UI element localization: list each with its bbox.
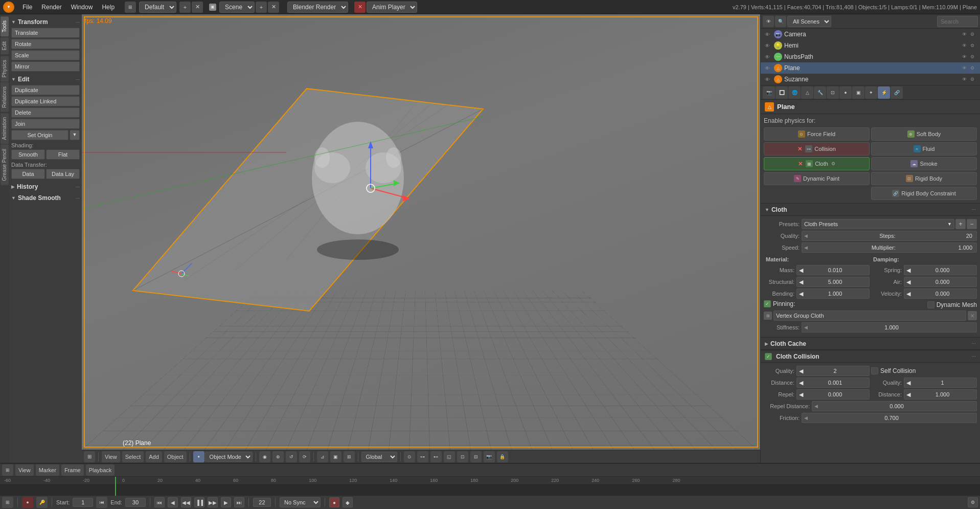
plane-action-2[interactable]: ⚙: [969, 64, 976, 72]
sidebar-tab-tools[interactable]: Tools: [1, 16, 9, 36]
viewport-select-menu[interactable]: Select: [122, 451, 144, 462]
props-tab-scene[interactable]: 🔳: [776, 86, 788, 99]
menu-help[interactable]: Help: [98, 3, 119, 12]
air-field[interactable]: ◀ 0.000: [904, 277, 977, 287]
self-collision-checkbox[interactable]: [871, 367, 878, 374]
menu-file[interactable]: File: [18, 3, 36, 12]
repel-field[interactable]: ◀ 0.000: [796, 389, 870, 400]
presets-add-button[interactable]: +: [955, 219, 966, 229]
timeline-key-icon[interactable]: 🔑: [36, 497, 48, 508]
suzanne-action-2[interactable]: ⚙: [969, 76, 976, 83]
viewport-object-menu[interactable]: Object: [164, 451, 187, 462]
viewport-icon-13[interactable]: 📷: [484, 451, 495, 462]
dynamic-mesh-checkbox[interactable]: [927, 301, 935, 308]
timeline-frame-menu[interactable]: Frame: [61, 464, 84, 476]
outliner-search[interactable]: [937, 16, 978, 27]
timeline-body[interactable]: -60 -40 -20 0 20 40 60 80 100 120 140 16…: [0, 477, 980, 496]
viewport-icon-1[interactable]: ◉: [259, 451, 270, 462]
timeline-playhead[interactable]: [115, 477, 116, 496]
current-frame-input[interactable]: [253, 498, 271, 507]
menu-window[interactable]: Window: [67, 3, 97, 12]
jump-to-end-btn[interactable]: ⏭: [234, 497, 244, 507]
sidebar-tab-grease-pencil[interactable]: Grease Pencil: [1, 145, 9, 185]
sidebar-tab-physics[interactable]: Physics: [1, 56, 9, 81]
props-tab-object[interactable]: △: [801, 86, 813, 99]
viewport-canvas[interactable]: (22) Plane: [82, 14, 760, 450]
pivot-selector[interactable]: Global: [361, 452, 397, 462]
step-fwd-btn[interactable]: ▶: [221, 497, 231, 507]
physics-btn-dynamic-paint[interactable]: ✎ Dynamic Paint: [764, 172, 870, 185]
stiffness-field[interactable]: ◀ 1.000: [802, 322, 977, 333]
anim-player-selector[interactable]: Anim Player: [367, 2, 417, 13]
sidebar-tab-relations[interactable]: Relations: [1, 82, 9, 112]
mode-selector[interactable]: Object Mode: [205, 452, 253, 462]
right-search-icon[interactable]: 🔍: [775, 16, 786, 27]
timeline-type-icon[interactable]: ⊞: [2, 464, 13, 476]
sync-selector[interactable]: No Sync: [280, 497, 321, 507]
timeline-record-btn[interactable]: ●: [329, 497, 339, 507]
add-scene-icon[interactable]: +: [256, 2, 267, 13]
props-tab-object-data[interactable]: ⊡: [827, 86, 839, 99]
friction-field[interactable]: ◀ 0.700: [802, 413, 977, 423]
vertex-group-clear[interactable]: ✕: [968, 311, 977, 320]
scale-button[interactable]: Scale: [11, 50, 80, 60]
repel-dist-field[interactable]: ◀ 0.000: [812, 401, 977, 411]
scene-item-plane[interactable]: 👁 △ Plane 👁 ⚙: [761, 62, 980, 74]
viewport-icon-3[interactable]: ↺: [286, 451, 297, 462]
velocity-field[interactable]: ◀ 0.000: [904, 289, 977, 299]
hemi-action-2[interactable]: ⚙: [969, 42, 976, 49]
props-tab-materials[interactable]: ●: [839, 86, 852, 99]
play-pause-btn[interactable]: ▐▐: [194, 497, 204, 507]
col-qual2-field[interactable]: ◀ 1: [904, 378, 977, 388]
layout-selector[interactable]: Default: [139, 2, 176, 13]
cloth-collision-header[interactable]: ✓ Cloth Collision ···: [761, 350, 980, 363]
mirror-button[interactable]: Mirror: [11, 61, 80, 72]
props-tab-render[interactable]: 📷: [763, 86, 775, 99]
presets-remove-button[interactable]: −: [967, 219, 977, 229]
end-frame-input[interactable]: [125, 498, 146, 507]
scene-item-hemi[interactable]: 👁 💡 Hemi 👁 ⚙: [761, 40, 980, 51]
steps-field[interactable]: ◀ Steps: 20: [802, 231, 977, 241]
delete-button[interactable]: Delete: [11, 107, 80, 118]
play-fwd-btn[interactable]: ▶▶: [208, 497, 218, 507]
add-screen-icon[interactable]: +: [179, 2, 191, 13]
timeline-bottom-type-icon[interactable]: ⊞: [2, 497, 13, 508]
cloth-cache-header[interactable]: ▶ Cloth Cache ···: [761, 338, 980, 350]
rotate-button[interactable]: Rotate: [11, 39, 80, 49]
props-tab-physics[interactable]: ⚡: [878, 86, 890, 99]
props-tab-particles[interactable]: ✦: [865, 86, 877, 99]
sidebar-tab-edit[interactable]: Edit: [1, 37, 9, 54]
translate-button[interactable]: Translate: [11, 28, 80, 38]
dist-field[interactable]: ◀ 0.001: [796, 378, 870, 388]
plane-action-1[interactable]: 👁: [961, 64, 968, 72]
right-view-icon[interactable]: 👁: [763, 16, 774, 27]
data-lay-button[interactable]: Data Lay: [46, 169, 80, 179]
join-button[interactable]: Join: [11, 119, 80, 129]
viewport-view-menu[interactable]: View: [102, 451, 120, 462]
physics-btn-collision[interactable]: ✕ ⊶ Collision: [764, 142, 870, 156]
structural-field[interactable]: ◀ 5.000: [796, 277, 870, 287]
physics-btn-smoke[interactable]: ☁ Smoke: [871, 157, 977, 170]
nurbspath-action-1[interactable]: 👁: [961, 53, 968, 60]
viewport-icon-4[interactable]: ⟳: [299, 451, 310, 462]
pinning-checkbox[interactable]: ✓: [764, 300, 771, 307]
camera-action-2[interactable]: ⚙: [969, 31, 976, 38]
col-dist2-field[interactable]: ◀ 1.000: [904, 389, 977, 400]
scene-selector[interactable]: Scene: [219, 2, 255, 13]
step-back-btn[interactable]: ◀: [168, 497, 178, 507]
viewport-add-menu[interactable]: Add: [146, 451, 162, 462]
physics-btn-force-field[interactable]: ⊙ Force Field: [764, 127, 870, 141]
props-tab-world[interactable]: 🌐: [788, 86, 801, 99]
timeline-record-icon[interactable]: ●: [22, 497, 33, 508]
scene-item-suzanne[interactable]: 👁 △ Suzanne 👁 ⚙: [761, 74, 980, 85]
viewport-icon-14[interactable]: 🔒: [497, 451, 508, 462]
timeline-playback-menu[interactable]: Playback: [86, 464, 115, 476]
viewport-icon-5[interactable]: ⊿: [317, 451, 328, 462]
viewport-icon-6[interactable]: ▣: [330, 451, 341, 462]
menu-render[interactable]: Render: [37, 3, 65, 12]
physics-btn-rigid-body[interactable]: ⊡ Rigid Body: [871, 172, 977, 185]
engine-selector[interactable]: Blender Render: [287, 2, 348, 13]
jump-to-start-btn[interactable]: ⏮: [154, 497, 165, 507]
all-scenes-dropdown[interactable]: All Scenes: [787, 16, 831, 27]
physics-btn-fluid[interactable]: ≈ Fluid: [871, 142, 977, 156]
